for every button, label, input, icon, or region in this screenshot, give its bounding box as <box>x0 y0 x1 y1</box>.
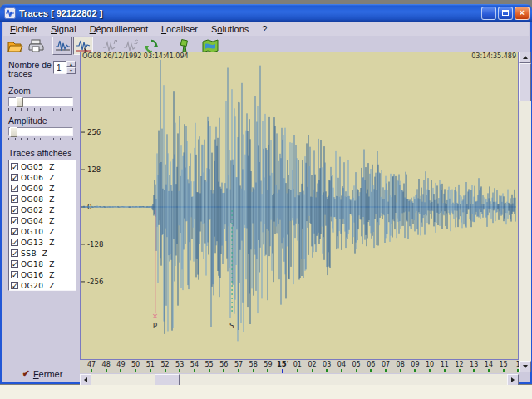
horizontal-scrollbar-thumb[interactable] <box>155 374 180 386</box>
zoom-slider-thumb[interactable] <box>16 97 23 107</box>
refresh-icon <box>144 39 160 53</box>
menubar: Fichier Signal Dépouillement Localiser S… <box>3 22 529 36</box>
checkbox-icon[interactable]: ✓ <box>11 206 18 214</box>
scroll-left-button[interactable] <box>80 374 91 386</box>
traces-count-value[interactable]: 1 <box>53 61 66 74</box>
zoom-slider[interactable] <box>8 97 73 106</box>
menu-depouillement[interactable]: Dépouillement <box>83 23 155 35</box>
app-window: Traces [ 92122802 ] _ × Fichier Signal D… <box>0 4 532 384</box>
trace-item[interactable]: ✓OG10 Z <box>11 226 76 237</box>
localize-icon <box>176 39 192 53</box>
spinner-up-icon[interactable]: ▲ <box>66 61 76 67</box>
svg-text:P: P <box>153 322 158 330</box>
trace-item[interactable]: ✓OG13 Z <box>11 237 76 248</box>
amplitude-slider[interactable] <box>8 127 73 136</box>
sidebar: Nombre de traces 1 ▲ ▼ Zoom <box>3 56 81 367</box>
amplitude-slider-thumb[interactable] <box>10 127 17 137</box>
traces-list[interactable]: ✓OG05 Z✓OG06 Z✓OG09 Z✓OG08 Z✓OG02 Z✓OG04… <box>8 160 76 291</box>
trace-item-label: OG16 Z <box>21 271 55 279</box>
checkbox-icon[interactable]: ✓ <box>11 195 18 203</box>
menu-solutions[interactable]: Solutions <box>204 23 255 35</box>
svg-text:×: × <box>152 312 159 320</box>
trace-item[interactable]: ✓OG04 Z <box>11 215 76 226</box>
trace-item-label: SSB Z <box>21 249 48 258</box>
traces-count-spinner[interactable]: 1 ▲ ▼ <box>53 61 76 74</box>
trace-end-timestamp: 03:14:35.489 <box>471 52 516 60</box>
amplitude-slider-ticks <box>8 138 73 140</box>
seismogram-chart[interactable]: 2561280-128-256×PS OG08 26/12/1992 03:14… <box>80 52 519 360</box>
checkbox-icon[interactable]: ✓ <box>11 185 18 192</box>
arrow-up-icon <box>523 56 528 59</box>
print-button[interactable] <box>26 37 46 55</box>
menu-fichier[interactable]: Fichier <box>3 23 44 35</box>
vertical-scrollbar[interactable] <box>519 52 531 372</box>
trace-item-label: OG04 Z <box>21 217 55 225</box>
close-panel-label: Fermer <box>33 369 62 379</box>
trace-item-label: OG05 Z <box>21 163 55 171</box>
menu-localiser[interactable]: Localiser <box>155 23 204 35</box>
arrow-left-icon <box>84 377 87 382</box>
arrow-down-icon <box>523 365 528 368</box>
restore-button[interactable] <box>498 7 513 20</box>
trace-item[interactable]: ✓OG09 Z <box>11 183 76 194</box>
window-body: Fichier Signal Dépouillement Localiser S… <box>0 22 532 384</box>
trace-item[interactable]: ✓OG18 Z <box>11 259 76 269</box>
trace-item[interactable]: ✓OG06 Z <box>11 172 76 183</box>
trace-item-label: OG08 Z <box>21 195 55 204</box>
trace-item[interactable]: ✓OG08 Z <box>11 194 76 204</box>
trace-item-label: OG18 Z <box>21 260 55 268</box>
time-axis-tick: 1 <box>510 361 519 372</box>
spinner-down-icon[interactable]: ▼ <box>66 67 76 74</box>
trace-item[interactable]: ✓SSB Z <box>11 248 76 259</box>
checkbox-icon[interactable]: ✓ <box>11 228 18 235</box>
app-icon <box>4 7 16 19</box>
horizontal-scrollbar[interactable] <box>80 374 519 386</box>
pick-s-icon: S <box>123 39 139 53</box>
checkbox-icon[interactable]: ✓ <box>11 249 18 257</box>
checkbox-icon[interactable]: ✓ <box>11 217 18 224</box>
scroll-up-button[interactable] <box>519 52 531 63</box>
svg-text:S: S <box>134 39 138 46</box>
trace-item[interactable]: ✓OG16 Z <box>11 269 76 280</box>
waveform-plot: 2561280-128-256×PS <box>81 52 518 359</box>
amplitude-label: Amplitude <box>8 116 77 126</box>
scroll-down-button[interactable] <box>519 361 531 372</box>
trace-item-label: OG13 Z <box>21 239 55 247</box>
trace-item-label: OG09 Z <box>21 185 55 193</box>
trace-item[interactable]: ✓OG02 Z <box>11 204 76 215</box>
close-panel-button[interactable]: ✔ Fermer <box>3 367 81 380</box>
open-folder-button[interactable] <box>5 37 25 55</box>
minimize-button[interactable]: _ <box>481 7 496 20</box>
checkbox-icon[interactable]: ✓ <box>11 239 18 246</box>
zoom-slider-ticks <box>8 108 73 111</box>
checkbox-icon[interactable]: ✓ <box>11 271 18 278</box>
map-icon <box>202 39 219 53</box>
menu-signal[interactable]: Signal <box>44 23 83 35</box>
trace-start-timestamp: OG08 26/12/1992 03:14:41.094 <box>82 52 189 60</box>
print-icon <box>28 39 44 53</box>
scroll-right-button[interactable] <box>507 374 519 386</box>
checkbox-icon[interactable]: ✓ <box>11 260 18 268</box>
trace-item-label: OG10 Z <box>21 228 55 236</box>
window-title: Traces [ 92122802 ] <box>19 8 480 18</box>
svg-text:-256: -256 <box>87 278 103 286</box>
arrow-right-icon <box>511 377 515 382</box>
pick-p-icon: P <box>102 39 118 53</box>
trace-item[interactable]: ✓OG20 Z <box>11 280 76 291</box>
zoom-label: Zoom <box>8 86 77 96</box>
checkbox-icon[interactable]: ✓ <box>11 163 18 170</box>
close-button[interactable]: × <box>515 7 530 20</box>
svg-text:S: S <box>229 322 234 330</box>
svg-text:-128: -128 <box>87 240 103 249</box>
traces-count-label: Nombre de traces <box>8 61 52 79</box>
traces-view-button[interactable] <box>52 37 72 55</box>
vertical-scrollbar-thumb[interactable] <box>519 63 531 101</box>
traces-view-icon <box>55 39 71 53</box>
traces-pick-icon <box>76 39 91 53</box>
checkbox-icon[interactable]: ✓ <box>11 174 18 181</box>
menu-help[interactable]: ? <box>255 23 273 35</box>
checkbox-icon[interactable]: ✓ <box>11 282 18 289</box>
desktop-background-strip <box>0 385 532 399</box>
trace-item[interactable]: ✓OG05 Z <box>11 161 76 172</box>
titlebar[interactable]: Traces [ 92122802 ] _ × <box>0 4 532 22</box>
